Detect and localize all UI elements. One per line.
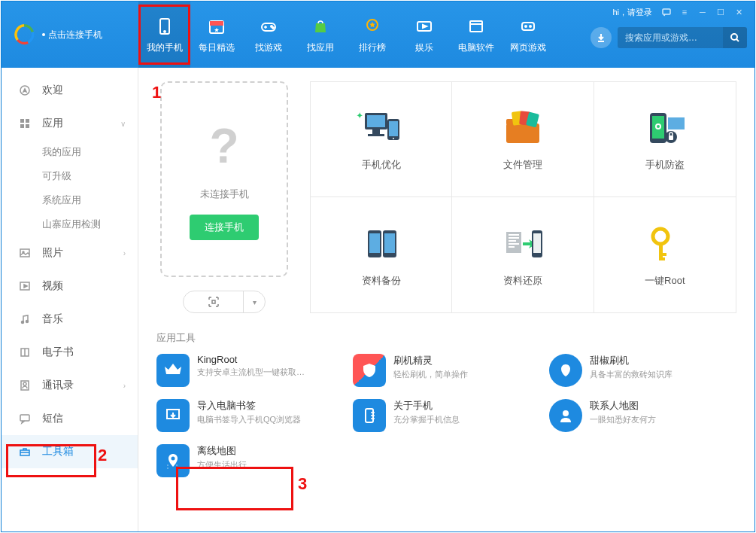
svg-rect-13	[663, 9, 670, 14]
minimize-button[interactable]: ─	[694, 5, 711, 19]
chevron-right-icon: ›	[123, 249, 126, 257]
tool-kingroot[interactable]: KingRoot支持安卓主流机型一键获取…	[156, 354, 344, 387]
feature-backup[interactable]: 资料备份	[311, 197, 452, 312]
connect-phone-button[interactable]: 连接手机	[190, 215, 259, 240]
feature-anti-theft[interactable]: 手机防盗	[594, 82, 736, 197]
feature-grid: 手机优化 文件管理 手机防盗 资料备份	[310, 81, 736, 313]
feature-label: 资料还原	[503, 274, 542, 288]
sidebar-item-apps[interactable]: 应用 ∨	[2, 107, 138, 140]
tool-about-phone[interactable]: 关于手机充分掌握手机信息	[353, 399, 540, 432]
sidebar-item-label: 视频	[42, 279, 63, 293]
tab-entertainment[interactable]: 娱乐	[398, 2, 450, 68]
phone-info-icon	[353, 399, 386, 432]
sidebar-item-toolbox[interactable]: 工具箱	[2, 435, 138, 468]
content-area: ? 未连接手机 连接手机 ▾ 手机优化	[138, 68, 754, 531]
sidebar-item-label: 音乐	[42, 312, 63, 326]
menu-icon[interactable]: ≡	[676, 5, 693, 19]
connect-phone-link[interactable]: 点击连接手机	[42, 29, 102, 41]
svg-rect-19	[26, 124, 29, 128]
svg-rect-17	[26, 119, 29, 123]
sidebar-item-label: 通讯录	[42, 379, 74, 392]
calendar-icon	[206, 16, 227, 37]
sidebar-item-video[interactable]: 视频	[2, 270, 138, 303]
svg-point-6	[272, 27, 274, 29]
tab-web-games[interactable]: 网页游戏	[502, 2, 554, 68]
qr-scan-icon[interactable]	[184, 291, 244, 312]
maximize-button[interactable]: ☐	[712, 5, 729, 19]
tool-pepper-flash[interactable]: 甜椒刷机具备丰富的救砖知识库	[549, 354, 736, 387]
tools-section-title: 应用工具	[156, 331, 736, 345]
key-icon	[638, 223, 692, 265]
svg-point-63	[563, 410, 569, 416]
tab-apps[interactable]: 找应用	[294, 2, 346, 68]
svg-point-26	[23, 382, 26, 385]
tab-games[interactable]: 找游戏	[242, 2, 294, 68]
tool-title: 导入电脑书签	[197, 399, 301, 413]
close-button[interactable]: ✕	[730, 5, 747, 19]
qr-dropdown-icon[interactable]: ▾	[244, 298, 265, 306]
sidebar-item-photos[interactable]: 照片 ›	[2, 236, 138, 270]
backup-icon	[354, 223, 408, 265]
chevron-right-icon: ›	[123, 382, 126, 390]
tab-rank[interactable]: 排行榜	[346, 2, 398, 68]
feature-phone-optimize[interactable]: 手机优化	[311, 82, 452, 197]
tool-desc: 一眼知悉好友何方	[590, 414, 656, 425]
app-logo-icon	[14, 24, 35, 45]
tool-title: 离线地图	[197, 444, 247, 458]
contacts-icon	[18, 379, 32, 392]
files-icon	[496, 107, 550, 149]
chevron-down-icon: ∨	[120, 120, 126, 128]
tab-label: 找应用	[307, 41, 334, 54]
svg-point-36	[393, 138, 394, 139]
qr-connect-button: ▾	[183, 291, 266, 313]
crown-icon	[156, 354, 190, 387]
login-link[interactable]: hi，请登录	[612, 7, 652, 18]
tool-desc: 轻松刷机，简单操作	[393, 369, 468, 380]
tool-desc: 方便生活出行	[197, 459, 247, 471]
medal-icon	[362, 16, 383, 37]
sidebar-sub-upgradable[interactable]: 可升级	[2, 164, 138, 188]
feature-label: 资料备份	[362, 274, 401, 288]
svg-point-11	[525, 26, 527, 27]
optimize-icon	[354, 107, 408, 149]
sidebar-item-contacts[interactable]: 通讯录 ›	[2, 369, 138, 402]
search-box	[618, 27, 747, 48]
tab-label: 娱乐	[415, 41, 433, 54]
tool-offline-map[interactable]: 离线地图方便生活出行	[156, 444, 344, 477]
search-button[interactable]	[723, 27, 747, 48]
feature-file-manager[interactable]: 文件管理	[452, 82, 594, 197]
phone-placeholder: ? 未连接手机 连接手机	[160, 81, 288, 277]
tool-list: KingRoot支持安卓主流机型一键获取… 刷机精灵轻松刷机，简单操作 甜椒刷机…	[156, 354, 736, 477]
logo-area: 点击连接手机	[2, 2, 138, 68]
tab-label: 电脑软件	[458, 41, 494, 54]
sidebar-sub-system-apps[interactable]: 系统应用	[2, 188, 138, 212]
sidebar-item-label: 电子书	[42, 346, 74, 359]
feature-restore[interactable]: 资料还原	[452, 197, 594, 312]
feedback-icon[interactable]	[658, 5, 675, 19]
sidebar-item-ebook[interactable]: 电子书	[2, 336, 138, 369]
tool-contact-map[interactable]: 联系人地图一眼知悉好友何方	[549, 399, 736, 432]
grid-icon	[18, 117, 32, 130]
feature-label: 手机防盗	[645, 158, 685, 172]
svg-rect-3	[210, 21, 223, 26]
sidebar-item-music[interactable]: 音乐	[2, 303, 138, 336]
svg-rect-31	[367, 115, 385, 127]
feature-root[interactable]: 一键Root	[594, 197, 736, 312]
window-icon	[466, 16, 487, 37]
download-manager-button[interactable]	[591, 27, 612, 48]
tool-import-bookmarks[interactable]: 导入电脑书签电脑书签导入手机QQ浏览器	[156, 399, 344, 432]
feature-label: 手机优化	[362, 158, 401, 172]
sidebar-sub-fake-detect[interactable]: 山寨应用检测	[2, 212, 138, 236]
tab-pc-software[interactable]: 电脑软件	[450, 2, 502, 68]
tab-daily[interactable]: 每日精选	[190, 2, 242, 68]
sidebar-item-label: 应用	[42, 117, 63, 130]
tool-title: 联系人地图	[590, 399, 656, 413]
sidebar-item-welcome[interactable]: 欢迎	[2, 74, 138, 107]
sidebar-item-sms[interactable]: 短信	[2, 402, 138, 435]
tool-desc: 具备丰富的救砖知识库	[590, 369, 673, 380]
not-connected-text: 未连接手机	[200, 187, 249, 201]
tool-flash-wizard[interactable]: 刷机精灵轻松刷机，简单操作	[353, 354, 540, 387]
sidebar-sub-my-apps[interactable]: 我的应用	[2, 140, 138, 164]
tab-my-phone[interactable]: 我的手机	[138, 2, 190, 68]
search-input[interactable]	[618, 32, 723, 43]
